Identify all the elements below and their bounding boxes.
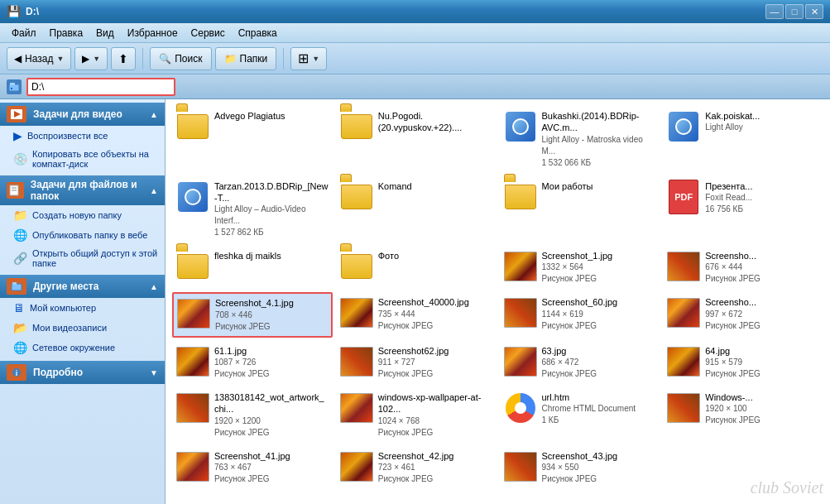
details-icon: i [7, 364, 26, 381]
file-item[interactable]: Komand [336, 176, 497, 243]
file-detail-2: Рисунок JPEG [378, 368, 492, 380]
image-thumbnail [340, 296, 373, 329]
file-info: Screenshot_42.jpg 723 × 461 Рисунок JPEG [378, 450, 492, 485]
file-name: Screenshot_41.jpg [214, 450, 329, 462]
toolbar: ◀ Назад ▼ ▶ ▼ ⬆ 🔍 Поиск 📁 Папки ⊞ ▼ [0, 43, 830, 74]
file-detail-1: 1024 × 768 [378, 415, 492, 427]
close-button[interactable]: ✕ [805, 4, 823, 19]
title-bar: 💾 D:\ — □ ✕ [0, 0, 830, 23]
image-thumbnail [504, 250, 537, 283]
menu-edit[interactable]: Правка [43, 26, 90, 41]
file-detail-2: Рисунок JPEG [215, 321, 328, 333]
file-item[interactable]: Screenshot_42.jpg 723 × 461 Рисунок JPEG [336, 446, 497, 489]
view-button[interactable]: ⊞ ▼ [290, 47, 327, 70]
sidebar-copy-to-cd[interactable]: 💿 Копировать все объекты на компакт-диск [0, 146, 165, 172]
image-thumbnail [504, 296, 537, 329]
file-item[interactable]: 61.1.jpg 1087 × 726 Рисунок JPEG [172, 341, 333, 384]
folder-icon [340, 110, 373, 143]
video-folder-icon: 📂 [13, 321, 27, 334]
file-item[interactable]: Screensho... 676 × 444 Рисунок JPEG [663, 246, 823, 289]
view-dropdown-icon: ▼ [312, 55, 319, 63]
file-item[interactable]: Advego Plagiatus [172, 106, 333, 173]
file-info: Screenshot_40000.jpg 735 × 444 Рисунок J… [378, 296, 492, 331]
sidebar-file-tasks-header[interactable]: Задачи для файлов и папок ▲ [0, 175, 165, 205]
file-name: Advego Plagiatus [214, 110, 329, 122]
file-item[interactable]: Screensho... 997 × 672 Рисунок JPEG [663, 292, 823, 337]
address-input[interactable] [26, 78, 175, 96]
play-icon: ▶ [13, 129, 22, 142]
file-info: fleshka dj maikls [214, 250, 329, 262]
file-item[interactable]: Screenshot_60.jpg 1144 × 619 Рисунок JPE… [500, 292, 660, 337]
toolbar-separator-1 [142, 48, 143, 70]
image-thumbnail [340, 450, 373, 483]
file-item[interactable]: Windows-... 1920 × 100 Рисунок JPEG [663, 387, 823, 443]
search-button[interactable]: 🔍 Поиск [150, 47, 211, 70]
image-thumbnail [667, 250, 700, 283]
file-item[interactable]: windows-xp-wallpaper-at-102... 1024 × 76… [336, 387, 497, 443]
maximize-button[interactable]: □ [785, 4, 804, 19]
file-item[interactable]: Screenshot_1.jpg 1332 × 564 Рисунок JPEG [500, 246, 660, 289]
svg-text:i: i [16, 369, 18, 377]
sidebar-play-all[interactable]: ▶ Воспроизвести все [0, 126, 165, 146]
file-info: 64.jpg 915 × 579 Рисунок JPEG [705, 345, 819, 380]
share-label: Открыть общий доступ к этой папке [32, 248, 158, 268]
file-item[interactable]: Nu.Pogodi.(20.vypuskov.+22).... [336, 106, 497, 173]
file-item[interactable]: Фото [336, 246, 497, 289]
file-name: Screenshot_40000.jpg [378, 296, 492, 308]
image-thumbnail [176, 391, 209, 425]
folders-button[interactable]: 📁 Папки [215, 47, 277, 70]
file-item[interactable]: 64.jpg 915 × 579 Рисунок JPEG [663, 341, 823, 384]
back-arrow-icon: ◀ [14, 53, 22, 65]
sidebar-other-header[interactable]: Другие места ▲ [0, 275, 165, 298]
file-name: Screensho... [705, 296, 819, 308]
sidebar-share[interactable]: 🔗 Открыть общий доступ к этой папке [0, 245, 165, 271]
file-item[interactable]: 1383018142_wot_artwork_chi... 1920 × 120… [172, 387, 333, 443]
file-item[interactable]: Screenshot_4.1.jpg 708 × 446 Рисунок JPE… [172, 292, 333, 337]
file-tasks-label: Задачи для файлов и папок [31, 179, 150, 202]
file-item[interactable]: Screenshot_43.jpg 934 × 550 Рисунок JPEG [500, 446, 660, 489]
file-item[interactable]: Screenshot_41.jpg 763 × 467 Рисунок JPEG [172, 446, 333, 489]
menu-tools[interactable]: Сервис [185, 26, 232, 41]
file-item[interactable]: url.htm Chrome HTML Document 1 КБ [500, 387, 660, 443]
forward-button[interactable]: ▶ ▼ [74, 47, 108, 70]
file-info: Screenshot_1.jpg 1332 × 564 Рисунок JPEG [542, 250, 656, 285]
file-detail-2: Рисунок JPEG [542, 368, 656, 380]
file-name: Screenshot62.jpg [378, 345, 492, 357]
file-info: Kak.poiskat... Light Alloy [705, 110, 819, 133]
sidebar-video-tasks-header[interactable]: Задачи для видео ▲ [0, 103, 165, 126]
up-button[interactable]: ⬆ [111, 47, 136, 70]
file-name: 63.jpg [542, 345, 656, 357]
file-item[interactable]: 63.jpg 686 × 472 Рисунок JPEG [500, 341, 660, 384]
search-icon: 🔍 [159, 53, 171, 65]
sidebar-network[interactable]: 🌐 Сетевое окружение [0, 338, 165, 358]
menu-file[interactable]: Файл [5, 26, 43, 41]
sidebar-new-folder[interactable]: 📁 Создать новую папку [0, 205, 165, 225]
menu-help[interactable]: Справка [232, 26, 284, 41]
file-name: windows-xp-wallpaper-at-102... [378, 391, 492, 415]
file-item[interactable]: Мои работы [500, 176, 660, 243]
image-thumbnail [177, 297, 210, 330]
main-layout: Задачи для видео ▲ ▶ Воспроизвести все 💿… [0, 99, 830, 504]
menu-view[interactable]: Вид [89, 26, 121, 41]
file-detail-1: 763 × 467 [214, 462, 329, 473]
minimize-button[interactable]: — [765, 4, 784, 19]
sidebar-publish-web[interactable]: 🌐 Опубликовать папку в вебе [0, 225, 165, 245]
view-icon: ⊞ [298, 50, 309, 66]
file-item[interactable]: Kak.poiskat... Light Alloy [663, 106, 823, 173]
file-item[interactable]: Tarzan.2013.D.BDRip_[New-T... Light Allo… [172, 176, 333, 243]
file-name: fleshka dj maikls [214, 250, 329, 262]
file-item[interactable]: PDF Презента... Foxit Read... 16 756 КБ [663, 176, 823, 243]
file-item[interactable]: Screenshot62.jpg 911 × 727 Рисунок JPEG [336, 341, 497, 384]
sidebar-my-videos[interactable]: 📂 Мои видеозаписи [0, 318, 165, 338]
sidebar-my-computer[interactable]: 🖥 Мой компьютер [0, 298, 165, 318]
back-button[interactable]: ◀ Назад ▼ [7, 47, 71, 70]
file-item[interactable]: fleshka dj maikls [172, 246, 333, 289]
pdf-icon: PDF [667, 180, 700, 214]
file-info: Komand [378, 180, 492, 192]
file-item[interactable]: Screenshot_40000.jpg 735 × 444 Рисунок J… [336, 292, 497, 337]
file-item[interactable]: Bukashki.(2014).BDRip-AVC.m... Light All… [500, 106, 660, 173]
menu-favorites[interactable]: Избранное [121, 26, 185, 41]
file-detail-1: 915 × 579 [705, 357, 819, 368]
sidebar-details-header[interactable]: i Подробно ▼ [0, 361, 165, 384]
title-bar-controls: — □ ✕ [765, 4, 823, 19]
